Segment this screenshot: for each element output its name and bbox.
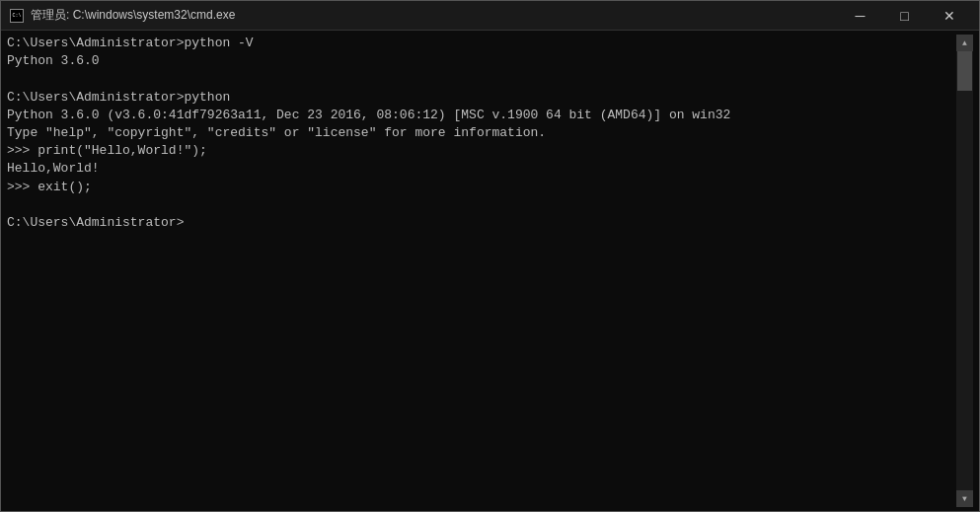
terminal-line: Type "help", "copyright", "credits" or "… (7, 124, 956, 142)
terminal-body[interactable]: C:\Users\Administrator>python -VPython 3… (1, 31, 979, 511)
window-controls: ─ □ ✕ (838, 1, 971, 31)
close-button[interactable]: ✕ (927, 1, 971, 31)
title-bar-left: 管理员: C:\windows\system32\cmd.exe (9, 7, 235, 24)
cmd-icon (9, 8, 25, 24)
scroll-track[interactable] (956, 51, 973, 490)
terminal-line (7, 196, 956, 214)
terminal-line: >>> print("Hello,World!"); (7, 142, 956, 160)
cmd-window: 管理员: C:\windows\system32\cmd.exe ─ □ ✕ C… (0, 0, 980, 512)
minimize-button[interactable]: ─ (838, 1, 882, 31)
title-bar: 管理员: C:\windows\system32\cmd.exe ─ □ ✕ (1, 1, 979, 31)
scroll-thumb[interactable] (957, 51, 972, 91)
terminal-line: C:\Users\Administrator>python (7, 89, 956, 107)
terminal-line: C:\Users\Administrator>python -V (7, 35, 956, 52)
scrollbar[interactable]: ▲ ▼ (956, 35, 973, 507)
terminal-line: C:\Users\Administrator> (7, 214, 956, 232)
terminal-line: Hello,World! (7, 160, 956, 178)
terminal-line: >>> exit(); (7, 179, 956, 196)
window-title: 管理员: C:\windows\system32\cmd.exe (31, 7, 235, 24)
terminal-line: Python 3.6.0 (7, 52, 956, 70)
scroll-down-arrow[interactable]: ▼ (956, 490, 973, 507)
scroll-up-arrow[interactable]: ▲ (956, 35, 973, 51)
maximize-button[interactable]: □ (882, 1, 927, 31)
terminal-content: C:\Users\Administrator>python -VPython 3… (7, 35, 956, 507)
terminal-line: Python 3.6.0 (v3.6.0:41df79263a11, Dec 2… (7, 107, 956, 124)
terminal-line (7, 70, 956, 88)
cmd-icon-graphic (10, 9, 24, 23)
